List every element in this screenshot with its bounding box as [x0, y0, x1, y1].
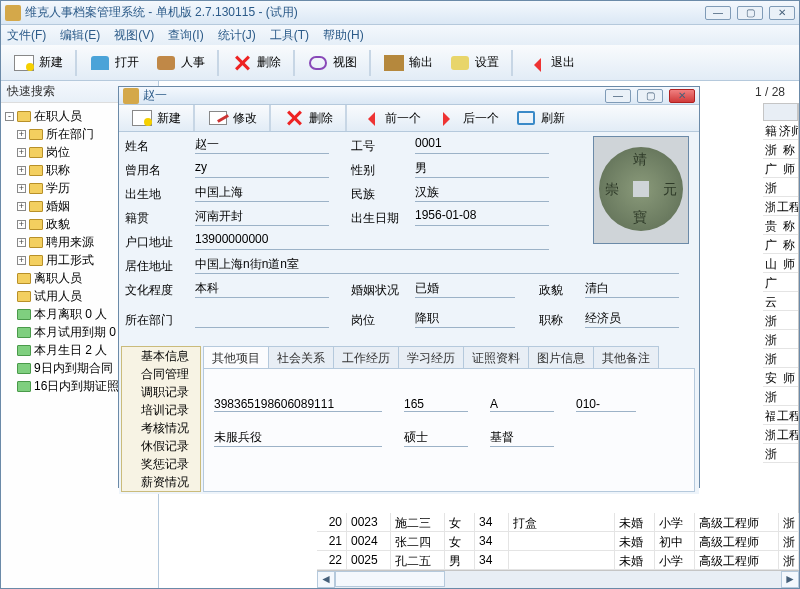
grid-row[interactable]: 广 [763, 273, 798, 292]
val-birthplace[interactable]: 中国上海 [195, 184, 329, 202]
tree-expander-icon[interactable]: + [17, 184, 26, 193]
grid-row[interactable]: 浙 [763, 330, 798, 349]
section-item[interactable]: 考核情况 [122, 419, 200, 437]
grid-row[interactable]: 浙 [763, 387, 798, 406]
dtb-new[interactable]: 新建 [125, 106, 187, 130]
tabv-6[interactable]: 硕士 [404, 429, 468, 447]
tab[interactable]: 证照资料 [463, 346, 529, 368]
tab[interactable]: 其他备注 [593, 346, 659, 368]
dtb-delete[interactable]: 删除 [277, 106, 339, 130]
tb-open[interactable]: 打开 [83, 51, 145, 75]
val-dob[interactable]: 1956-01-08 [415, 208, 549, 226]
tree-expander-icon[interactable]: - [5, 112, 14, 121]
tree-expander-icon[interactable]: + [17, 130, 26, 139]
maximize-button[interactable]: ▢ [737, 6, 763, 20]
val-name[interactable]: 赵一 [195, 136, 329, 154]
tree-expander-icon[interactable]: + [17, 202, 26, 211]
scroll-thumb[interactable] [335, 571, 445, 587]
dtb-refresh[interactable]: 刷新 [509, 106, 571, 130]
detail-minimize-button[interactable]: — [605, 89, 631, 103]
tb-settings[interactable]: 设置 [443, 51, 505, 75]
section-item[interactable]: 基本信息 [122, 347, 200, 365]
val-hukou[interactable]: 13900000000 [195, 232, 549, 250]
scroll-left-icon[interactable]: ◄ [317, 571, 335, 588]
close-button[interactable]: ✕ [769, 6, 795, 20]
dtb-edit[interactable]: 修改 [201, 106, 263, 130]
detail-maximize-button[interactable]: ▢ [637, 89, 663, 103]
scroll-right-icon[interactable]: ► [781, 571, 799, 588]
menu-help[interactable]: 帮助(H) [323, 27, 364, 44]
val-marital[interactable]: 已婚 [415, 280, 515, 298]
section-item[interactable]: 合同管理 [122, 365, 200, 383]
grid-row[interactable]: 广师 [763, 159, 798, 178]
tree-expander-icon[interactable]: + [17, 166, 26, 175]
tree-expander-icon[interactable]: + [17, 238, 26, 247]
tabv-2[interactable]: 165 [404, 397, 468, 412]
minimize-button[interactable]: — [705, 6, 731, 20]
dtb-next[interactable]: 后一个 [431, 106, 505, 130]
section-item[interactable]: 休假记录 [122, 437, 200, 455]
tree-expander-icon[interactable]: + [17, 256, 26, 265]
tabv-5[interactable]: 未服兵役 [214, 429, 382, 447]
val-dept[interactable] [195, 310, 329, 328]
tabv-1[interactable]: 398365198606089111 [214, 397, 382, 412]
horizontal-scrollbar[interactable]: ◄ ► [317, 570, 799, 588]
section-item[interactable]: 薪资情况 [122, 473, 200, 491]
grid-row[interactable]: 山师 [763, 254, 798, 273]
menu-file[interactable]: 文件(F) [7, 27, 46, 44]
tree-expander-icon[interactable]: + [17, 220, 26, 229]
grid-row[interactable]: 浙称 [763, 140, 798, 159]
menu-view[interactable]: 视图(V) [114, 27, 154, 44]
section-item[interactable]: 调职记录 [122, 383, 200, 401]
grid-row[interactable]: 云 [763, 292, 798, 311]
menu-query[interactable]: 查询(I) [168, 27, 203, 44]
grid-row[interactable]: 浙 [763, 444, 798, 463]
val-title[interactable]: 经济员 [585, 310, 679, 328]
section-item[interactable]: 培训记录 [122, 401, 200, 419]
tabv-4[interactable]: 010- [576, 397, 636, 412]
val-post[interactable]: 降职 [415, 310, 515, 328]
menu-edit[interactable]: 编辑(E) [60, 27, 100, 44]
grid-row[interactable]: 浙 [763, 178, 798, 197]
grid-row[interactable]: 福工程师 [763, 406, 798, 425]
employee-photo[interactable]: 靖元 寶崇 [593, 136, 689, 244]
val-sex[interactable]: 男 [415, 160, 549, 178]
table-row[interactable]: 220025孔二五男34未婚小学高级工程师浙 [317, 551, 799, 570]
val-emp[interactable]: 0001 [415, 136, 549, 154]
table-row[interactable]: 200023施二三女34打盒未婚小学高级工程师浙 [317, 513, 799, 532]
grid-row[interactable]: 安师 [763, 368, 798, 387]
tb-personnel[interactable]: 人事 [149, 51, 211, 75]
tab[interactable]: 图片信息 [528, 346, 594, 368]
tb-output[interactable]: 输出 [377, 51, 439, 75]
grid-row[interactable]: 广称 [763, 235, 798, 254]
tabv-3[interactable]: A [490, 397, 554, 412]
table-row[interactable]: 210024张二四女34未婚初中高级工程师浙 [317, 532, 799, 551]
grid-row[interactable]: 贵称 [763, 216, 798, 235]
grid-row[interactable]: 浙 [763, 311, 798, 330]
val-edu[interactable]: 本科 [195, 280, 329, 298]
tab[interactable]: 其他项目 [203, 346, 269, 368]
val-ethnic[interactable]: 汉族 [415, 184, 549, 202]
tree-expander-icon[interactable]: + [17, 148, 26, 157]
grid-row[interactable]: 浙工程师 [763, 425, 798, 444]
tb-exit[interactable]: 退出 [519, 51, 581, 75]
menu-stats[interactable]: 统计(J) [218, 27, 256, 44]
section-item[interactable]: 奖惩记录 [122, 455, 200, 473]
tab[interactable]: 社会关系 [268, 346, 334, 368]
menu-tools[interactable]: 工具(T) [270, 27, 309, 44]
tb-view[interactable]: 视图 [301, 51, 363, 75]
grid-row[interactable]: 浙 [763, 349, 798, 368]
tabv-7[interactable]: 基督 [490, 429, 554, 447]
tab[interactable]: 工作经历 [333, 346, 399, 368]
tab[interactable]: 学习经历 [398, 346, 464, 368]
detail-close-button[interactable]: ✕ [669, 89, 695, 103]
grid-row[interactable]: 浙工程师 [763, 197, 798, 216]
tb-new[interactable]: 新建 [7, 51, 69, 75]
val-native[interactable]: 河南开封 [195, 208, 329, 226]
grid-row[interactable]: 籍济师 [763, 121, 798, 140]
val-addr[interactable]: 中国上海n街n道n室 [195, 256, 679, 274]
val-alias[interactable]: zy [195, 160, 329, 178]
dtb-prev[interactable]: 前一个 [353, 106, 427, 130]
val-pol[interactable]: 清白 [585, 280, 679, 298]
tb-delete[interactable]: 删除 [225, 51, 287, 75]
